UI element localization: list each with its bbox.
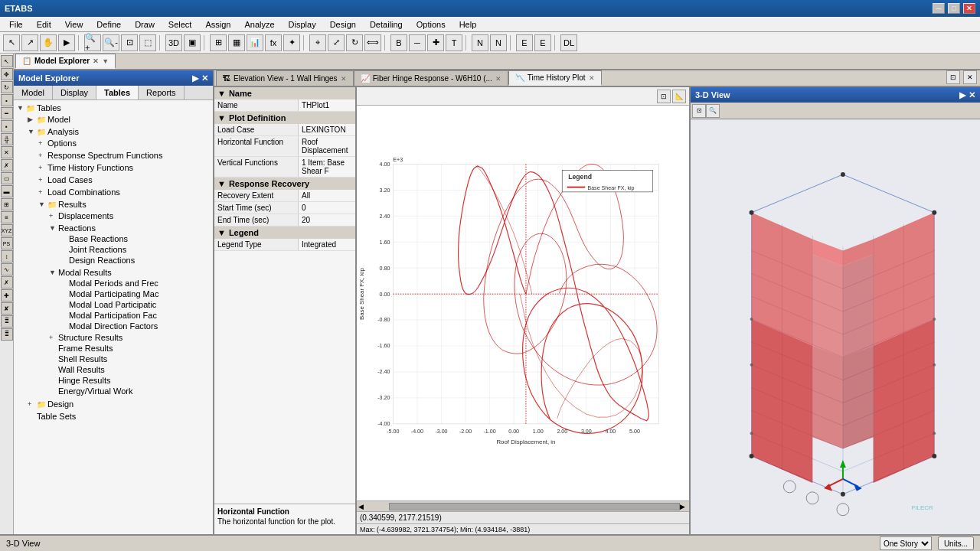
lt-node[interactable]: •	[1, 94, 13, 106]
chart-max-status: Max: (-4.639982, 3721.374754); Min: (4.9…	[357, 523, 689, 534]
tb-line[interactable]: ─	[409, 34, 426, 51]
tb-play[interactable]: ▶	[58, 34, 75, 51]
me-expand-icon[interactable]: ▶	[192, 73, 198, 83]
chart-tb2[interactable]: 📐	[672, 90, 686, 103]
lt-grid[interactable]: ⊞	[1, 198, 13, 210]
tb-arrow[interactable]: ↖	[3, 34, 20, 51]
tb-n1[interactable]: N	[472, 34, 488, 51]
tb-table[interactable]: ▦	[228, 34, 245, 51]
me-tab-tables[interactable]: Tables	[96, 86, 139, 99]
3d-close-icon[interactable]: ✕	[969, 90, 975, 100]
me-tab-model[interactable]: Model	[14, 86, 53, 99]
lt-small[interactable]: ≣	[1, 315, 13, 328]
menu-display[interactable]: Display	[283, 18, 322, 31]
3d-tb1[interactable]: ⊡	[692, 104, 706, 118]
menu-detailing[interactable]: Detailing	[364, 18, 409, 31]
fiber-close[interactable]: ✕	[495, 75, 501, 83]
tb-b1[interactable]: B	[390, 34, 407, 51]
prop-section-plotdef[interactable]: ▼ Plot Definition	[214, 112, 355, 124]
menu-design[interactable]: Design	[324, 18, 362, 31]
tb-mirror[interactable]: ⟺	[364, 34, 381, 51]
menu-assign[interactable]: Assign	[199, 18, 237, 31]
tab-me-menu[interactable]: ▼	[102, 57, 109, 65]
tb-dl[interactable]: DL	[560, 34, 577, 51]
lt-xmark[interactable]: ✕	[1, 146, 13, 158]
units-button[interactable]: Units...	[938, 536, 974, 550]
lt-rotate[interactable]: ↻	[1, 81, 13, 93]
tb-zoom-in[interactable]: 🔍+	[84, 34, 101, 51]
menu-select[interactable]: Select	[162, 18, 198, 31]
tb-3d[interactable]: 3D	[165, 34, 182, 51]
tb-hand[interactable]: ✋	[40, 34, 57, 51]
lt-cross[interactable]: ╬	[1, 133, 13, 145]
tb-set-display[interactable]: ⊞	[210, 34, 227, 51]
tb-e2[interactable]: E	[534, 34, 551, 51]
tb-cross[interactable]: ✚	[427, 34, 444, 51]
lt-xmark2[interactable]: ✗	[1, 159, 13, 171]
lt-rect[interactable]: ▭	[1, 172, 13, 184]
lt-x3[interactable]: ✗	[1, 276, 13, 289]
tb-zoom-rect[interactable]: ⬚	[139, 34, 156, 51]
tb-zoom-out[interactable]: 🔍-	[103, 34, 119, 51]
sub-maximize[interactable]: ⊡	[946, 70, 960, 84]
menu-options[interactable]: Options	[410, 18, 452, 31]
tb-render[interactable]: ▣	[184, 34, 201, 51]
menu-view[interactable]: View	[59, 18, 90, 31]
prop-section-rr[interactable]: ▼ Response Recovery	[214, 178, 355, 190]
tb-rotate[interactable]: ↻	[346, 34, 363, 51]
tb-move[interactable]: ⤢	[328, 34, 345, 51]
lt-x4[interactable]: ✘	[1, 302, 13, 315]
3d-tb2[interactable]: 🔍	[706, 104, 720, 118]
sub-tab-thplot[interactable]: 📉 Time History Plot ✕	[508, 70, 602, 86]
3d-expand-icon[interactable]: ▶	[959, 90, 965, 100]
tb-pointer[interactable]: ↗	[21, 34, 38, 51]
menu-help[interactable]: Help	[453, 18, 483, 31]
me-tab-reports[interactable]: Reports	[139, 86, 185, 99]
minimize-button[interactable]: ─	[933, 3, 945, 14]
tb-star[interactable]: ✦	[283, 34, 300, 51]
story-select[interactable]: One Story All Stories	[880, 536, 932, 550]
me-tab-display[interactable]: Display	[53, 86, 96, 99]
menu-draw[interactable]: Draw	[129, 18, 161, 31]
chart-tb1[interactable]: ⊡	[657, 90, 671, 103]
scroll-thumb[interactable]	[389, 503, 680, 510]
tb-section[interactable]: ⌖	[309, 34, 326, 51]
tb-chart2[interactable]: 📊	[247, 34, 263, 51]
tb-zoom-all[interactable]: ⊡	[121, 34, 138, 51]
sub-tab-fiber[interactable]: 📈 Fiber Hinge Response - W6H10 (... ✕	[354, 70, 508, 86]
menu-edit[interactable]: Edit	[31, 18, 57, 31]
sub-tab-elevation[interactable]: 🏗 Elevation View - 1 Wall Hinges ✕	[216, 70, 354, 86]
elev-close[interactable]: ✕	[341, 75, 347, 83]
lt-rect2[interactable]: ▬	[1, 185, 13, 197]
me-close-icon[interactable]: ✕	[201, 73, 208, 83]
menu-file[interactable]: File	[3, 18, 29, 31]
tab-me-close[interactable]: ✕	[93, 57, 99, 65]
prop-section-legend[interactable]: ▼ Legend	[214, 227, 355, 239]
lt-frame[interactable]: ━	[1, 107, 13, 119]
lt-select[interactable]: ↖	[1, 55, 13, 67]
lt-props[interactable]: ≡	[1, 211, 13, 223]
scroll-left[interactable]: ◀	[358, 503, 366, 510]
tab-model-explorer[interactable]: 📋 Model Explorer ✕ ▼	[15, 54, 116, 69]
lt-shell[interactable]: ▪	[1, 120, 13, 132]
tb-t1[interactable]: T	[446, 34, 462, 51]
lt-curve[interactable]: ∿	[1, 263, 13, 276]
tb-n2[interactable]: N	[490, 34, 507, 51]
prop-section-name[interactable]: ▼ Name	[214, 87, 355, 99]
lt-small2[interactable]: ≣	[1, 328, 13, 341]
lt-cross2[interactable]: ✚	[1, 289, 13, 302]
maximize-button[interactable]: □	[948, 3, 960, 14]
lt-arrow[interactable]: ↕	[1, 250, 13, 262]
menu-analyze[interactable]: Analyze	[238, 18, 280, 31]
lt-xyz[interactable]: XYZ	[1, 224, 13, 236]
chart-scrollbar[interactable]: ◀ ▶	[357, 500, 689, 511]
tb-func[interactable]: fx	[265, 34, 282, 51]
thplot-close[interactable]: ✕	[589, 74, 595, 82]
menu-define[interactable]: Define	[90, 18, 127, 31]
lt-move[interactable]: ✥	[1, 68, 13, 80]
scroll-right[interactable]: ▶	[680, 503, 688, 510]
close-button[interactable]: ✕	[963, 3, 975, 14]
lt-ps[interactable]: PS	[1, 237, 13, 249]
tb-e1[interactable]: E	[516, 34, 533, 51]
sub-close[interactable]: ✕	[963, 70, 977, 84]
